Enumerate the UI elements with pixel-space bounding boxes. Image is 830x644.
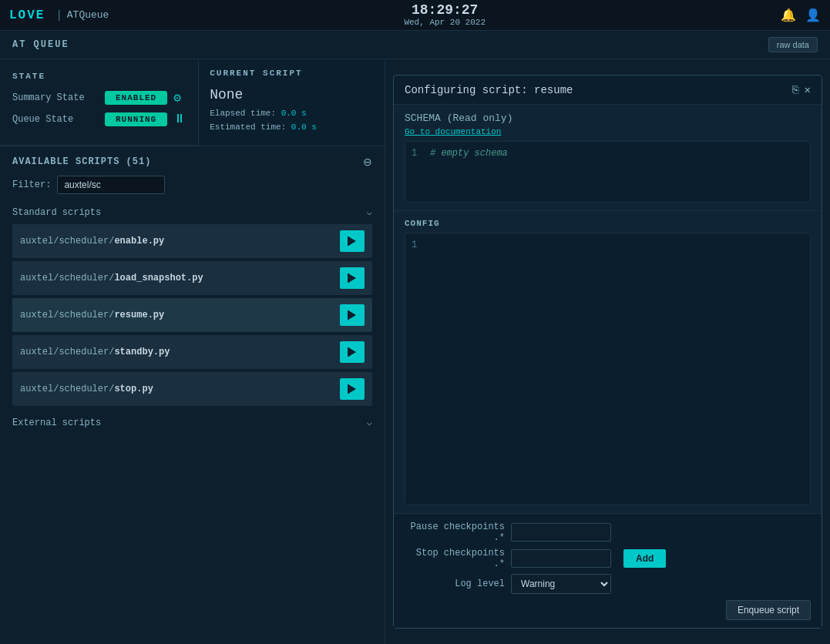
filter-row: Filter:	[12, 176, 372, 194]
line-number: 1	[412, 148, 421, 159]
pause-icon[interactable]: ⏸	[173, 112, 186, 126]
enqueue-button[interactable]: Enqueue script	[726, 600, 811, 620]
config-editor[interactable]: 1	[405, 233, 811, 505]
script-item[interactable]: auxtel/scheduler/enable.py	[12, 224, 372, 258]
stop-checkpoints-row: Stop checkpoints .* Add	[405, 548, 811, 569]
script-item-name: auxtel/scheduler/load_snapshot.py	[20, 273, 203, 283]
standard-scripts-group: Standard scripts ⌵ auxtel/scheduler/enab…	[12, 203, 372, 406]
estimated-label: Estimated time:	[210, 122, 286, 132]
state-title: STATE	[12, 72, 186, 81]
left-panel: STATE Summary State ENABLED ⚙ Queue Stat…	[0, 59, 385, 644]
dialog-actions: ⎘ ✕	[792, 83, 811, 96]
separator: |	[55, 9, 62, 22]
app-name: ATQueue	[67, 9, 109, 21]
standard-scripts-label: Standard scripts	[12, 207, 101, 218]
script-run-button[interactable]	[340, 378, 365, 400]
dialog-title: Configuring script: resume	[405, 84, 573, 96]
script-item-resume[interactable]: auxtel/scheduler/resume.py	[12, 298, 372, 332]
doc-link[interactable]: Go to documentation	[405, 127, 811, 136]
config-section: CONFIG 1	[394, 211, 822, 513]
stop-checkpoints-label: Stop checkpoints .*	[405, 548, 505, 569]
topbar-center: 18:29:27 Wed, Apr 20 2022	[109, 3, 781, 28]
pause-checkpoints-row: Pause checkpoints .*	[405, 522, 811, 543]
pause-checkpoints-label: Pause checkpoints .*	[405, 522, 505, 543]
script-run-button[interactable]	[340, 230, 365, 252]
bell-icon[interactable]: 🔔	[781, 8, 796, 23]
elapsed-value: 0.0 s	[281, 109, 307, 118]
script-item[interactable]: auxtel/scheduler/standby.py	[12, 335, 372, 369]
add-button[interactable]: Add	[623, 549, 666, 568]
external-scripts-group: External scripts ⌵	[12, 414, 372, 434]
summary-state-row: Summary State ENABLED ⚙	[12, 90, 186, 106]
filter-input[interactable]	[57, 176, 165, 194]
log-level-label: Log level	[405, 579, 505, 589]
script-name: None	[210, 87, 374, 102]
config-code-line: 1	[412, 240, 804, 250]
content-area: STATE Summary State ENABLED ⚙ Queue Stat…	[0, 59, 830, 644]
external-scripts-header[interactable]: External scripts ⌵	[12, 414, 372, 434]
available-header: AVAILABLE SCRIPTS (51) ⊖	[12, 156, 372, 168]
topbar: LOVE | ATQueue 18:29:27 Wed, Apr 20 2022…	[0, 0, 830, 31]
footer-fields: Pause checkpoints .* Stop checkpoints .*…	[405, 522, 811, 594]
external-scripts-chevron: ⌵	[367, 417, 372, 428]
stop-checkpoints-input[interactable]	[511, 549, 611, 568]
standard-scripts-chevron: ⌵	[367, 206, 372, 218]
logo: LOVE	[9, 8, 45, 22]
queue-state-row: Queue State RUNNING ⏸	[12, 112, 186, 126]
current-script-section: CURRENT SCRIPT None Elapsed time: 0.0 s …	[198, 59, 385, 146]
dialog-header: Configuring script: resume ⎘ ✕	[394, 75, 822, 105]
clock-time: 18:29:27	[109, 3, 781, 18]
enqueue-row: Enqueue script	[405, 600, 811, 620]
collapse-button[interactable]: ⊖	[363, 156, 372, 168]
config-dialog: Configuring script: resume ⎘ ✕ SCHEMA (R…	[393, 75, 822, 629]
available-title: AVAILABLE SCRIPTS (51)	[12, 156, 151, 167]
filter-label: Filter:	[12, 179, 51, 190]
estimated-info: Estimated time: 0.0 s	[210, 121, 374, 135]
schema-title: SCHEMA	[405, 112, 441, 124]
log-level-select[interactable]: Debug Info Warning Error Critical	[511, 574, 611, 594]
log-level-row: Log level Debug Info Warning Error Criti…	[405, 574, 811, 594]
schema-editor: 1 # empty schema	[405, 141, 811, 203]
config-title: CONFIG	[405, 219, 811, 228]
main-container: AT QUEUE raw data STATE Summary State EN…	[0, 31, 830, 644]
dialog-footer: Pause checkpoints .* Stop checkpoints .*…	[394, 513, 822, 628]
queue-state-badge: RUNNING	[105, 112, 167, 126]
right-panel: Configuring script: resume ⎘ ✕ SCHEMA (R…	[385, 59, 830, 644]
available-scripts-section: AVAILABLE SCRIPTS (51) ⊖ Filter: Standar…	[0, 146, 385, 644]
copy-icon[interactable]: ⎘	[792, 84, 798, 96]
elapsed-info: Elapsed time: 0.0 s	[210, 107, 374, 121]
summary-state-badge: ENABLED	[105, 91, 167, 105]
script-item-name: auxtel/scheduler/enable.py	[20, 236, 164, 247]
current-script-title: CURRENT SCRIPT	[210, 69, 374, 78]
schema-code-line: 1 # empty schema	[412, 148, 804, 159]
script-item-name: auxtel/scheduler/stop.py	[20, 384, 153, 394]
script-item-name: auxtel/scheduler/standby.py	[20, 347, 170, 357]
close-icon[interactable]: ✕	[805, 83, 811, 96]
schema-readonly: (Read only)	[447, 112, 513, 124]
settings-icon[interactable]: ⚙	[173, 90, 181, 106]
queue-state-label: Queue State	[12, 114, 105, 125]
elapsed-label: Elapsed time:	[210, 109, 276, 118]
schema-content: # empty schema	[430, 148, 508, 159]
topbar-icons: 🔔 👤	[781, 8, 821, 23]
external-scripts-label: External scripts	[12, 418, 101, 428]
atqueue-title: AT QUEUE	[12, 39, 69, 50]
pause-checkpoints-input[interactable]	[511, 523, 611, 542]
schema-section: SCHEMA (Read only) Go to documentation 1…	[394, 105, 822, 211]
clock-date: Wed, Apr 20 2022	[109, 18, 781, 27]
script-item-name: auxtel/scheduler/resume.py	[20, 310, 164, 320]
estimated-value: 0.0 s	[291, 122, 317, 132]
script-run-button[interactable]	[340, 267, 365, 289]
script-run-button[interactable]	[340, 341, 365, 363]
script-run-button[interactable]	[340, 304, 365, 326]
user-icon[interactable]: 👤	[805, 8, 821, 23]
config-line-number: 1	[412, 240, 421, 250]
atqueue-header: AT QUEUE raw data	[0, 31, 830, 59]
script-item[interactable]: auxtel/scheduler/load_snapshot.py	[12, 261, 372, 295]
script-item[interactable]: auxtel/scheduler/stop.py	[12, 372, 372, 406]
standard-scripts-header[interactable]: Standard scripts ⌵	[12, 203, 372, 224]
raw-data-button[interactable]: raw data	[768, 37, 818, 52]
state-section: STATE Summary State ENABLED ⚙ Queue Stat…	[0, 59, 198, 146]
summary-state-label: Summary State	[12, 92, 105, 103]
